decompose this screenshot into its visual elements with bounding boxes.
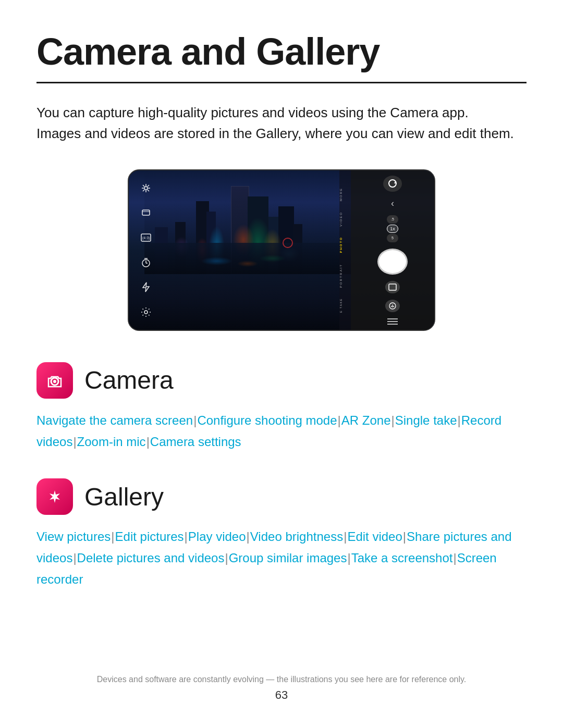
sep4: | xyxy=(458,413,461,427)
svg-point-19 xyxy=(53,380,56,383)
zoom-5x[interactable]: 5 xyxy=(387,234,398,242)
city-skyline xyxy=(144,170,351,274)
back-arrow-icon[interactable]: ‹ xyxy=(391,198,394,209)
link-zoom-mic[interactable]: Zoom-in mic xyxy=(77,435,146,449)
gsep8: | xyxy=(347,551,350,565)
phone-screenshot-container: (4:3) xyxy=(36,169,527,331)
footer: Devices and software are constantly evol… xyxy=(36,675,527,702)
bixby-button[interactable] xyxy=(385,300,400,312)
timer-icon xyxy=(139,255,153,270)
ratio-icon: (4:3) xyxy=(139,230,153,245)
link-configure-shooting[interactable]: Configure shooting mode xyxy=(197,413,337,427)
link-take-screenshot[interactable]: Take a screenshot xyxy=(351,551,453,565)
zoom-control: .5 1x 5 xyxy=(387,215,398,242)
motion-photo-icon xyxy=(139,205,153,220)
gsep5: | xyxy=(403,529,406,544)
title-divider xyxy=(36,82,527,83)
svg-point-16 xyxy=(144,311,148,314)
shutter-button[interactable] xyxy=(377,249,408,275)
camera-left-controls: (4:3) xyxy=(134,176,157,325)
gsep6: | xyxy=(73,551,76,565)
gsep9: | xyxy=(453,551,456,565)
link-edit-pictures[interactable]: Edit pictures xyxy=(115,529,184,544)
mode-photo: PHOTO xyxy=(339,231,351,258)
zoom-5[interactable]: .5 xyxy=(387,215,398,224)
link-single-take[interactable]: Single take xyxy=(395,413,457,427)
link-group-similar[interactable]: Group similar images xyxy=(229,551,347,565)
footer-page-number: 63 xyxy=(36,688,527,702)
link-video-brightness[interactable]: Video brightness xyxy=(250,529,343,544)
link-ar-zone[interactable]: AR Zone xyxy=(341,413,391,427)
sep6: | xyxy=(146,435,150,449)
link-edit-video[interactable]: Edit video xyxy=(347,529,402,544)
settings-icon xyxy=(139,305,153,319)
footer-note: Devices and software are constantly evol… xyxy=(36,675,527,684)
ai-icon xyxy=(139,181,153,195)
aspect-ratio-button[interactable] xyxy=(385,281,400,293)
link-camera-settings[interactable]: Camera settings xyxy=(150,435,241,449)
mode-more: MORE xyxy=(339,182,351,206)
menu-icon[interactable] xyxy=(387,318,398,325)
mode-video: VIDEO xyxy=(339,206,351,232)
svg-rect-17 xyxy=(389,284,396,290)
link-navigate-camera[interactable]: Navigate the camera screen xyxy=(36,413,193,427)
camera-screenshot: (4:3) xyxy=(128,169,435,331)
svg-line-4 xyxy=(143,185,144,187)
gallery-links: View pictures|Edit pictures|Play video|V… xyxy=(36,526,527,590)
gallery-links-line: View pictures|Edit pictures|Play video|V… xyxy=(36,526,527,590)
link-view-pictures[interactable]: View pictures xyxy=(36,529,111,544)
mode-labels: MORE VIDEO PHOTO PORTRAIT E TAKE xyxy=(339,170,351,330)
svg-line-5 xyxy=(148,190,149,191)
svg-point-8 xyxy=(144,187,148,190)
svg-line-7 xyxy=(143,190,144,191)
sep5: | xyxy=(73,435,76,449)
gsep7: | xyxy=(225,551,228,565)
mode-single-take: E TAKE xyxy=(339,293,351,318)
flip-camera-button[interactable] xyxy=(383,176,402,192)
camera-app-icon xyxy=(36,362,73,399)
gsep4: | xyxy=(344,529,347,544)
gsep1: | xyxy=(111,529,114,544)
gsep3: | xyxy=(247,529,250,544)
camera-right-panel: ‹ .5 1x 5 xyxy=(351,170,434,330)
camera-section-title: Camera xyxy=(84,366,174,394)
page-title: Camera and Gallery xyxy=(36,31,527,72)
sep1: | xyxy=(193,413,197,427)
svg-text:(4:3): (4:3) xyxy=(142,236,150,240)
gallery-section-title: Gallery xyxy=(84,483,164,511)
sep3: | xyxy=(391,413,395,427)
mode-portrait: PORTRAIT xyxy=(339,258,351,293)
camera-section-header: Camera xyxy=(36,362,527,399)
sep2: | xyxy=(338,413,341,427)
link-play-video[interactable]: Play video xyxy=(188,529,246,544)
flash-icon xyxy=(139,280,153,294)
gsep2: | xyxy=(185,529,188,544)
gallery-section-header: Gallery xyxy=(36,478,527,515)
intro-text: You can capture high-quality pictures an… xyxy=(36,102,516,144)
svg-line-6 xyxy=(148,185,149,187)
zoom-1x[interactable]: 1x xyxy=(387,225,398,233)
svg-rect-9 xyxy=(142,210,150,215)
gallery-app-icon xyxy=(36,478,73,515)
camera-links: Navigate the camera screen|Configure sho… xyxy=(36,410,527,453)
link-delete-pictures[interactable]: Delete pictures and videos xyxy=(77,551,225,565)
camera-links-line: Navigate the camera screen|Configure sho… xyxy=(36,410,527,453)
